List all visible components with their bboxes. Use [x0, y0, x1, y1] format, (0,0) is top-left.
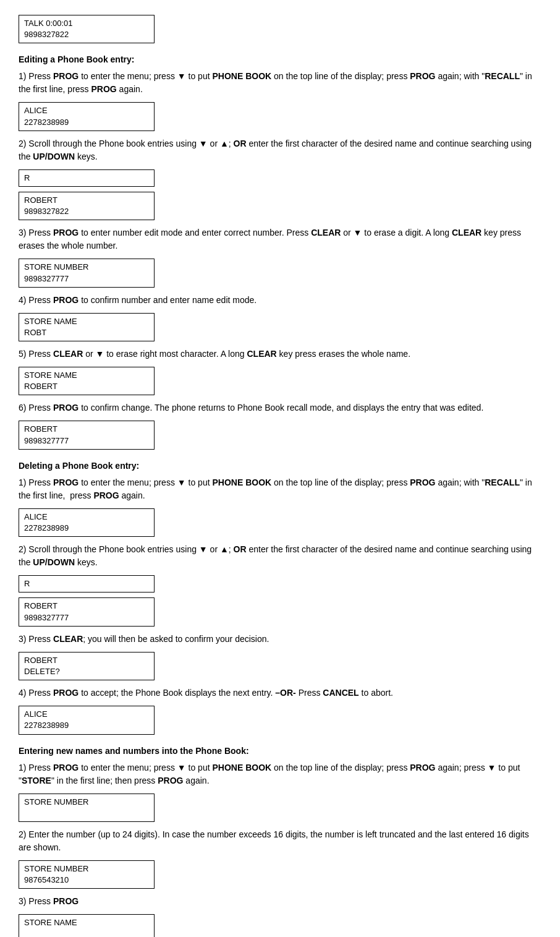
store-number1-line2: 9898327777 — [24, 273, 149, 285]
edit-heading: Editing a Phone Book entry: — [19, 53, 541, 66]
robert-delete-scroll-box: ROBERT 9898327777 — [19, 597, 155, 626]
alice-display2-box: ALICE 2278238989 — [19, 508, 155, 537]
robert-delete-scroll-line1: ROBERT — [24, 601, 149, 612]
talk-display-box: TALK 0:00:01 9898327822 — [19, 15, 155, 43]
r-char2-box: R — [19, 575, 155, 593]
robert-edit-line2: 9898327822 — [24, 206, 149, 217]
delete-step2-text: 2) Scroll through the Phone book entries… — [19, 543, 541, 569]
robert-delete-scroll-line2: 9898327777 — [24, 612, 149, 623]
alice-display1-box: ALICE 2278238989 — [19, 102, 155, 130]
delete-step1-text: 1) Press PROG to enter the menu; press ▼… — [19, 476, 541, 502]
robert-confirmed-line1: ROBERT — [24, 424, 149, 435]
robert-edit-box: ROBERT 9898327822 — [19, 192, 155, 220]
r-char1-box: R — [19, 169, 155, 187]
store-name-empty-line2 — [24, 928, 149, 937]
store-number1-box: STORE NUMBER 9898327777 — [19, 259, 155, 287]
delete-step3-text: 3) Press CLEAR; you will then be asked t… — [19, 633, 541, 646]
store-number-empty-line1: STORE NUMBER — [24, 797, 149, 808]
robert-confirmed-line2: 9898327777 — [24, 435, 149, 447]
edit-step2-text: 2) Scroll through the Phone book entries… — [19, 137, 541, 163]
alice-display3-line1: ALICE — [24, 709, 149, 720]
store-number-empty-box: STORE NUMBER — [19, 794, 155, 822]
store-name-robt-box: STORE NAME ROBT — [19, 313, 155, 341]
store-name-robert-box: STORE NAME ROBERT — [19, 367, 155, 395]
robert-edit-line1: ROBERT — [24, 195, 149, 206]
edit-step3-text: 3) Press PROG to enter number edit mode … — [19, 226, 541, 252]
enter-step1-text: 1) Press PROG to enter the menu; press ▼… — [19, 761, 541, 787]
alice-display3-line2: 2278238989 — [24, 720, 149, 731]
store-name-empty-box: STORE NAME — [19, 914, 155, 937]
store-number-filled-line2: 9876543210 — [24, 875, 149, 886]
talk-line2: 9898327822 — [24, 29, 149, 40]
store-name-robert-line1: STORE NAME — [24, 370, 149, 381]
alice-display2-line2: 2278238989 — [24, 523, 149, 534]
talk-line1: TALK 0:00:01 — [24, 18, 149, 29]
store-name-empty-line1: STORE NAME — [24, 917, 149, 928]
enter-step3-text: 3) Press PROG — [19, 895, 541, 908]
enter-step2-text: 2) Enter the number (up to 24 digits). I… — [19, 828, 541, 854]
store-number-empty-line2 — [24, 808, 149, 819]
r-char1-line1: R — [24, 173, 149, 184]
enter-heading: Entering new names and numbers into the … — [19, 745, 541, 758]
robert-delete-box: ROBERT DELETE? — [19, 652, 155, 680]
alice-display3-box: ALICE 2278238989 — [19, 706, 155, 734]
delete-step4-text: 4) Press PROG to accept; the Phone Book … — [19, 687, 541, 700]
robert-delete-line1: ROBERT — [24, 655, 149, 666]
alice-display2-line1: ALICE — [24, 511, 149, 523]
edit-step1-text: 1) Press PROG to enter the menu; press ▼… — [19, 70, 541, 96]
delete-heading: Deleting a Phone Book entry: — [19, 460, 541, 473]
edit-step6-text: 6) Press PROG to confirm change. The pho… — [19, 401, 541, 414]
edit-step5-text: 5) Press CLEAR or ▼ to erase right most … — [19, 348, 541, 361]
store-number-filled-box: STORE NUMBER 9876543210 — [19, 860, 155, 889]
alice-display1-line2: 2278238989 — [24, 117, 149, 128]
store-name-robt-line1: STORE NAME — [24, 316, 149, 327]
store-number1-line1: STORE NUMBER — [24, 262, 149, 273]
store-number-filled-line1: STORE NUMBER — [24, 863, 149, 875]
robert-confirmed-box: ROBERT 9898327777 — [19, 421, 155, 449]
r-char2-line1: R — [24, 578, 149, 589]
store-name-robt-line2: ROBT — [24, 327, 149, 338]
alice-display1-line1: ALICE — [24, 105, 149, 116]
edit-step4-text: 4) Press PROG to confirm number and ente… — [19, 294, 541, 307]
robert-delete-line2: DELETE? — [24, 666, 149, 677]
store-name-robert-line2: ROBERT — [24, 381, 149, 392]
